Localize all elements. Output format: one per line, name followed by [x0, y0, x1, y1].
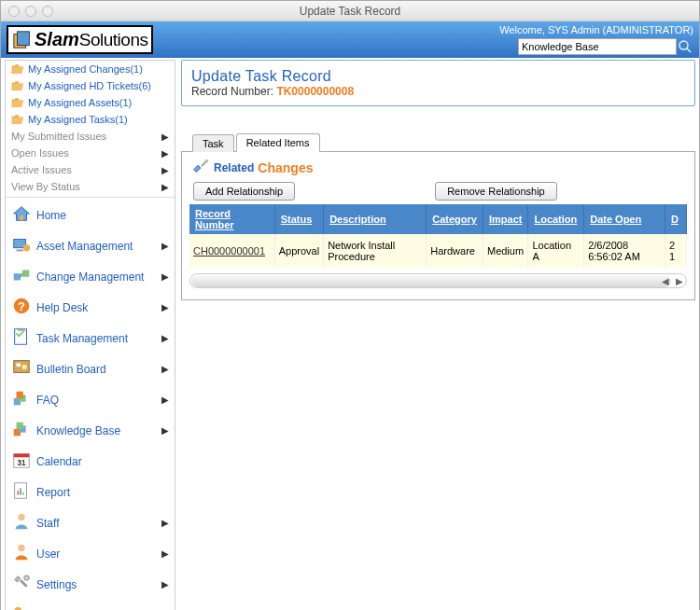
- nav-staff[interactable]: Staff▶: [6, 507, 175, 538]
- svg-point-30: [18, 514, 24, 520]
- sidebar-quicklink-label: My Assigned Assets(1): [28, 97, 132, 108]
- svg-point-33: [24, 575, 30, 581]
- related-table: Record NumberStatusDescriptionCategoryIm…: [189, 204, 687, 268]
- svg-rect-12: [15, 329, 27, 345]
- nav-icon: [11, 480, 32, 504]
- svg-text:?: ?: [18, 299, 25, 313]
- scrollbar-thumb[interactable]: [191, 274, 671, 287]
- svg-rect-9: [22, 270, 29, 277]
- header-right: Welcome, SYS Admin (ADMINISTRATOR): [499, 24, 693, 55]
- chevron-right-icon: ▶: [161, 364, 169, 374]
- sidebar-sublink-3[interactable]: View By Status▶: [6, 178, 175, 195]
- nav-icon: [11, 234, 32, 257]
- chevron-right-icon: ▶: [161, 165, 169, 175]
- search-wrap: [518, 38, 693, 55]
- nav-label: Home: [36, 209, 66, 222]
- pin-icon: [189, 158, 210, 178]
- nav-knowledge-base[interactable]: Knowledge Base▶: [6, 415, 175, 446]
- chevron-right-icon: ▶: [161, 579, 169, 589]
- add-relationship-button[interactable]: Add Relationship: [193, 182, 295, 201]
- logo: SlamSolutions: [7, 25, 153, 54]
- svg-rect-1: [18, 31, 30, 45]
- chevron-right-icon: ▶: [161, 425, 169, 436]
- logo-text-main: Slam: [35, 29, 79, 50]
- search-icon[interactable]: [677, 38, 693, 55]
- svg-rect-8: [14, 273, 21, 280]
- nav-user[interactable]: User▶: [6, 538, 175, 569]
- cell-description: Network Install Procedure: [324, 234, 427, 268]
- nav-change-management[interactable]: Change Management▶: [6, 261, 175, 292]
- sidebar-quicklink-3[interactable]: My Assigned Tasks(1): [6, 111, 175, 128]
- svg-rect-14: [14, 361, 30, 373]
- cell-date-open: 2/6/2008 6:56:02 AM: [584, 234, 665, 268]
- chevron-right-icon: ▶: [161, 302, 169, 312]
- search-input[interactable]: [518, 38, 677, 55]
- nav-faq[interactable]: FAQ▶: [6, 384, 175, 415]
- svg-rect-29: [22, 492, 24, 495]
- column-header-record-number[interactable]: Record Number: [189, 204, 274, 234]
- nav-label: User: [36, 548, 60, 561]
- chevron-right-icon: ▶: [161, 395, 169, 405]
- table-horizontal-scrollbar[interactable]: ◀ ▶: [189, 273, 687, 288]
- sidebar-sublink-2[interactable]: Active Issues▶: [6, 161, 175, 178]
- cell-impact: Medium: [483, 234, 527, 268]
- svg-point-31: [18, 545, 24, 551]
- nav-label: Knowledge Base: [36, 424, 120, 437]
- svg-rect-6: [17, 250, 23, 252]
- svg-rect-13: [18, 328, 22, 331]
- nav-logout[interactable]: Logout: [6, 600, 175, 610]
- app-window: Update Task Record SlamSolutions Welcome…: [0, 0, 700, 610]
- tab-task[interactable]: Task: [192, 134, 234, 152]
- column-header-status[interactable]: Status: [274, 204, 323, 234]
- svg-rect-22: [17, 423, 23, 429]
- column-header-impact[interactable]: Impact: [483, 204, 527, 234]
- sidebar-quicklink-label: My Assigned HD Tickets(6): [28, 80, 151, 91]
- svg-rect-28: [20, 488, 21, 494]
- scroll-right-button[interactable]: ▶: [672, 274, 686, 287]
- nav-icon: [11, 511, 32, 534]
- logo-icon: [12, 30, 33, 50]
- nav-icon: [11, 357, 32, 381]
- column-header-date-open[interactable]: Date Open: [584, 204, 665, 234]
- nav-label: Change Management: [36, 270, 144, 284]
- chevron-right-icon: ▶: [161, 241, 169, 251]
- column-header-location[interactable]: Location: [528, 204, 584, 234]
- header-banner: SlamSolutions Welcome, SYS Admin (ADMINI…: [1, 21, 699, 58]
- zoom-window-button[interactable]: [42, 6, 53, 17]
- table-row[interactable]: CH0000000001 Approval Network Install Pr…: [189, 234, 687, 268]
- nav-icon: [11, 603, 32, 610]
- cell-category: Hardware: [427, 234, 483, 268]
- nav-home[interactable]: Home: [6, 200, 175, 230]
- nav-task-management[interactable]: Task Management▶: [6, 323, 175, 354]
- close-window-button[interactable]: [8, 6, 20, 17]
- nav-icon: [11, 265, 32, 288]
- column-header-category[interactable]: Category: [427, 204, 483, 234]
- column-header-description[interactable]: Description: [324, 204, 427, 234]
- nav-calendar[interactable]: 31Calendar: [6, 446, 175, 477]
- nav-bulletin-board[interactable]: Bulletin Board▶: [6, 354, 175, 384]
- window-controls: [8, 6, 53, 17]
- nav-label: Asset Management: [36, 240, 133, 253]
- sidebar-quicklink-label: My Assigned Changes(1): [28, 63, 143, 75]
- nav-icon: 31: [11, 450, 32, 473]
- tab-related-items[interactable]: Related Items: [236, 133, 320, 152]
- related-changes-label: Changes: [258, 160, 313, 175]
- welcome-text: Welcome, SYS Admin (ADMINISTRATOR): [499, 24, 693, 35]
- remove-relationship-button[interactable]: Remove Relationship: [435, 182, 557, 201]
- nav-help-desk[interactable]: ?Help Desk▶: [6, 292, 175, 323]
- column-header-d[interactable]: D: [665, 204, 687, 234]
- sidebar-sublink-1[interactable]: Open Issues▶: [6, 145, 175, 161]
- chevron-right-icon: ▶: [161, 333, 169, 343]
- nav-label: Help Desk: [36, 301, 88, 314]
- minimize-window-button[interactable]: [25, 6, 36, 17]
- nav-asset-management[interactable]: Asset Management▶: [6, 230, 175, 261]
- nav-settings[interactable]: Settings▶: [6, 569, 175, 600]
- sidebar-quicklink-0[interactable]: My Assigned Changes(1): [6, 61, 175, 77]
- sidebar-quicklink-1[interactable]: My Assigned HD Tickets(6): [6, 77, 175, 94]
- scroll-left-button[interactable]: ◀: [658, 274, 672, 287]
- sidebar-quicklink-2[interactable]: My Assigned Assets(1): [6, 94, 175, 111]
- sidebar-sublink-0[interactable]: My Submitted Issues▶: [6, 128, 175, 145]
- content-area: Update Task Record Record Number: TK0000…: [175, 60, 695, 300]
- nav-report[interactable]: Report: [6, 477, 175, 507]
- cell-record-number[interactable]: CH0000000001: [189, 234, 274, 268]
